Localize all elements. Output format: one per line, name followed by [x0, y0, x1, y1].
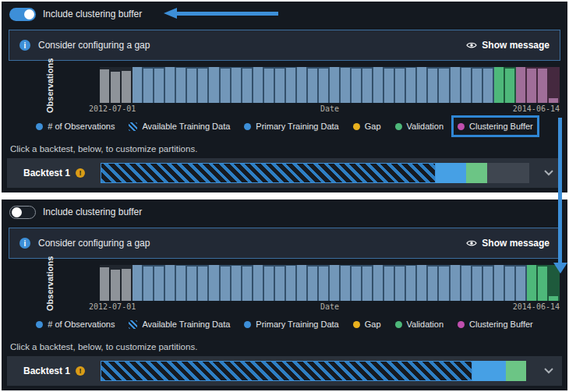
chart-bar — [472, 267, 482, 301]
chevron-down-icon — [544, 170, 553, 176]
chart-bar — [439, 267, 448, 301]
chart-bar — [319, 69, 328, 103]
chart-bar-slot — [308, 67, 319, 103]
chart-bar — [253, 67, 263, 103]
backtest-segment-validation[interactable] — [466, 163, 488, 183]
chart-bar-slot — [264, 67, 275, 103]
chart-bar-slot — [494, 67, 505, 103]
include-clustering-buffer-toggle[interactable] — [9, 206, 36, 219]
backtest-segment-primary[interactable] — [436, 163, 466, 183]
chart-bar-slot — [395, 265, 406, 301]
show-message-label: Show message — [482, 238, 550, 249]
legend-item-available-training-data[interactable]: Available Training Data — [129, 122, 230, 131]
backtest-segment-primary[interactable] — [472, 361, 505, 381]
chart-bar-slot — [384, 67, 395, 103]
legend-label: Primary Training Data — [256, 122, 338, 131]
backtest-segment-hatched[interactable] — [101, 361, 472, 381]
chart-bar-slot — [352, 265, 362, 301]
legend-item--of-observations[interactable]: # of Observations — [36, 122, 115, 131]
chart-bar-slot — [286, 265, 297, 301]
partition-panel-buffer-off: Include clustering buffer i Consider con… — [2, 200, 567, 390]
backtest-segment-gray[interactable] — [487, 163, 529, 183]
chart-bar-slot — [417, 265, 428, 301]
legend-item-gap[interactable]: Gap — [353, 320, 381, 329]
expand-backtest-button[interactable] — [535, 368, 562, 374]
backtest-row[interactable]: Backtest 1 ! — [7, 158, 562, 188]
chart-bar-slot — [297, 265, 308, 301]
chart-bar — [373, 67, 383, 103]
annotation-arrow-toggle-head — [164, 8, 177, 19]
legend-item-validation[interactable]: Validation — [395, 320, 444, 329]
chart-bar-slot — [198, 265, 209, 301]
legend-item-clustering-buffer[interactable]: Clustering Buffer — [458, 320, 533, 329]
legend-item-gap[interactable]: Gap — [353, 122, 381, 131]
chart-bar — [428, 267, 437, 301]
chart-bar — [297, 67, 306, 103]
chart-bar-slot — [275, 67, 286, 103]
legend-label: Gap — [365, 122, 381, 131]
x-axis: 2012-07-01 Date 2014-06-14 — [100, 104, 560, 115]
chart-bar-slot — [527, 67, 538, 103]
chart-bar-slot — [406, 265, 417, 301]
chart-bar — [308, 267, 317, 301]
chart-legend: # of ObservationsAvailable Training Data… — [2, 117, 567, 136]
legend-item-validation[interactable]: Validation — [395, 122, 444, 131]
chart-bar-slot — [165, 67, 176, 103]
chart-bar-slot — [505, 67, 516, 103]
chart-bar — [209, 265, 218, 301]
chart-bar — [319, 267, 328, 301]
legend-item--of-observations[interactable]: # of Observations — [36, 320, 115, 329]
chart-bar — [154, 267, 164, 301]
chart-bar-slot — [352, 67, 362, 103]
chart-bar — [395, 267, 405, 301]
chart-bar — [198, 69, 207, 103]
chart-bar-slot — [231, 67, 242, 103]
chart-bar-slot — [516, 265, 527, 301]
chart-bar — [341, 266, 350, 301]
chart-bar — [538, 267, 547, 301]
chart-bar-slot — [451, 67, 461, 103]
backtest-hint: Click a backtest, below, to customize pa… — [10, 342, 197, 351]
backtest-segment-validation[interactable] — [506, 361, 526, 381]
chart-bar-slot — [319, 67, 330, 103]
chart-bar — [406, 68, 415, 103]
chart-bar — [122, 269, 131, 301]
chart-bar-slot — [341, 67, 352, 103]
chart-bar — [494, 67, 504, 103]
chart-bar-slot — [472, 265, 483, 301]
legend-item-clustering-buffer[interactable]: Clustering Buffer — [458, 122, 533, 131]
chart-bar-slot — [406, 67, 417, 103]
page: Include clustering buffer i Consider con… — [0, 0, 569, 392]
legend-label: Validation — [407, 320, 444, 329]
bars — [100, 265, 560, 301]
chart-bar — [133, 67, 142, 103]
chart-bar-slot — [154, 67, 165, 103]
toggle-row: Include clustering buffer — [9, 205, 142, 219]
include-clustering-buffer-toggle[interactable] — [9, 8, 36, 21]
show-message-button[interactable]: Show message — [466, 40, 550, 51]
dot-swatch-icon — [244, 321, 251, 328]
chart-bar-slot — [428, 67, 439, 103]
chart-bar-slot — [253, 67, 264, 103]
chart-bar-slot — [494, 265, 505, 301]
chart-bar — [330, 67, 339, 103]
chart-bar-slot — [209, 265, 220, 301]
plot-area — [100, 265, 560, 301]
backtest-label-wrap: Backtest 1 ! — [7, 168, 101, 178]
chart-bar — [384, 267, 394, 301]
chart-bar-slot — [122, 265, 133, 301]
legend-item-available-training-data[interactable]: Available Training Data — [129, 320, 230, 329]
chart-bar — [242, 267, 252, 301]
show-message-button[interactable]: Show message — [466, 238, 550, 249]
toggle-knob — [12, 207, 22, 217]
chart-bar — [275, 267, 284, 301]
chart-bar-slot — [451, 265, 461, 301]
chart-bar-slot — [461, 67, 472, 103]
chart-bar-slot — [549, 67, 560, 103]
chart-bar-slot — [100, 265, 111, 301]
backtest-row[interactable]: Backtest 1 ! — [7, 356, 562, 386]
backtest-segment-hatched[interactable] — [101, 163, 436, 183]
chart-bar — [494, 265, 504, 301]
legend-item-primary-training-data[interactable]: Primary Training Data — [244, 320, 338, 329]
legend-item-primary-training-data[interactable]: Primary Training Data — [244, 122, 338, 131]
